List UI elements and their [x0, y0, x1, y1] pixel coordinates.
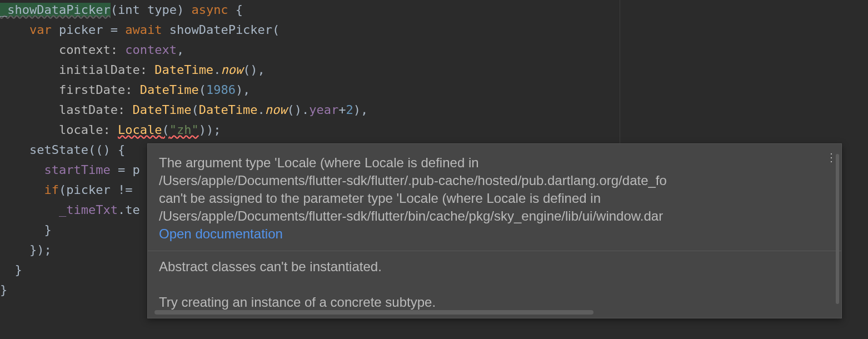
- code-line[interactable]: lastDate: DateTime(DateTime.now().year+2…: [0, 100, 868, 120]
- code-line[interactable]: var picker = await showDatePicker(: [0, 20, 868, 40]
- code-line[interactable]: context: context,: [0, 40, 868, 60]
- tooltip-line: Try creating an instance of a concrete s…: [159, 293, 804, 311]
- tooltip-divider: [148, 251, 841, 251]
- code-line[interactable]: locale: Locale("zh"));: [0, 120, 868, 140]
- code-line[interactable]: _showDataPicker(int type) async {: [0, 0, 868, 20]
- horizontal-scrollbar[interactable]: [154, 310, 593, 315]
- tooltip-line: The argument type 'Locale (where Locale …: [159, 154, 804, 172]
- tooltip-line: /Users/apple/Documents/flutter-sdk/flutt…: [159, 207, 804, 225]
- code-line[interactable]: initialDate: DateTime.now(),: [0, 60, 868, 80]
- tooltip-text: The argument type 'Locale (where Locale …: [159, 154, 804, 243]
- tooltip-line: /Users/apple/Documents/flutter-sdk/flutt…: [159, 172, 804, 190]
- code-line[interactable]: firstDate: DateTime(1986),: [0, 80, 868, 100]
- tooltip-line: Abstract classes can't be instantiated.: [159, 258, 804, 276]
- error-tooltip: ⋮ The argument type 'Locale (where Local…: [147, 143, 842, 318]
- vertical-scrollbar[interactable]: [836, 154, 839, 304]
- tooltip-line: [159, 276, 804, 293]
- tooltip-text: Abstract classes can't be instantiated. …: [159, 258, 804, 311]
- function-name: _showDataPicker: [0, 3, 111, 17]
- open-documentation-link[interactable]: Open documentation: [159, 225, 804, 243]
- editor-ruler: [620, 0, 620, 144]
- tooltip-line: can't be assigned to the parameter type …: [159, 190, 804, 207]
